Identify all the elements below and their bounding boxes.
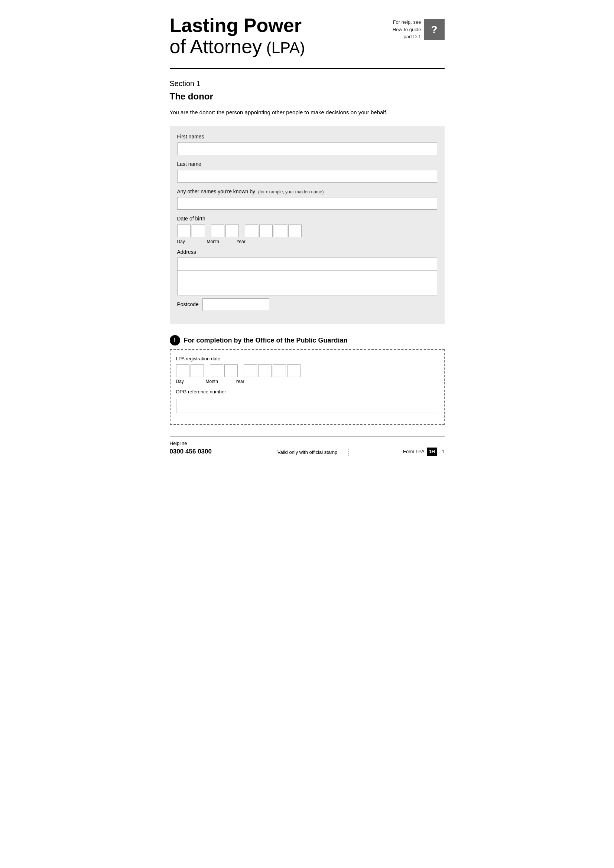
other-names-input[interactable] — [177, 197, 437, 210]
page-header: Lasting Power of Attorney (LPA) For help… — [170, 15, 445, 57]
reg-date-group: LPA registration date — [176, 355, 438, 385]
dob-day-label: Day — [177, 239, 207, 245]
month-segment — [211, 225, 239, 237]
reg-day-label: Day — [176, 378, 206, 385]
dob-year-4[interactable] — [288, 225, 302, 237]
postcode-label: Postcode — [177, 301, 199, 308]
helpline-number: 0300 456 0300 — [170, 447, 212, 456]
reg-year-1[interactable] — [244, 364, 257, 377]
section-label: Section 1 — [170, 78, 445, 89]
last-name-input[interactable] — [177, 170, 437, 183]
other-names-label: Any other names you're known by (for exa… — [177, 188, 437, 195]
opg-ref-input[interactable] — [176, 399, 438, 413]
reg-date-labels: Day Month Year — [176, 378, 438, 385]
header-divider — [170, 68, 445, 69]
help-icon: ? — [424, 19, 445, 40]
postcode-input[interactable] — [202, 298, 269, 311]
dob-year-label: Year — [236, 239, 292, 245]
stamp-text: Valid only with official stamp — [277, 450, 337, 455]
form-label: Form LPA — [403, 448, 424, 455]
help-text: For help, seeHow-to guidepart D-1 — [393, 19, 421, 40]
reg-month-1[interactable] — [210, 364, 223, 377]
reg-day-segment — [176, 364, 204, 377]
section-title: The donor — [170, 90, 445, 103]
footer: Helpline 0300 456 0300 Valid only with o… — [170, 440, 445, 456]
page-number: 1 — [441, 448, 444, 455]
year-segment — [245, 225, 302, 237]
reg-year-4[interactable] — [287, 364, 300, 377]
last-name-label: Last name — [177, 161, 437, 168]
section1: Section 1 The donor You are the donor: t… — [170, 78, 445, 324]
footer-right: Form LPA 1H 1 — [403, 448, 444, 456]
reg-day-2[interactable] — [191, 364, 204, 377]
dob-month-1[interactable] — [211, 225, 224, 237]
last-name-group: Last name — [177, 161, 437, 183]
reg-year-2[interactable] — [258, 364, 272, 377]
help-box: For help, seeHow-to guidepart D-1 ? — [393, 19, 445, 40]
reg-date-label: LPA registration date — [176, 355, 438, 362]
dob-group: Date of birth — [177, 215, 437, 245]
dob-year-3[interactable] — [274, 225, 287, 237]
opg-title: For completion by the Office of the Publ… — [184, 336, 348, 345]
first-names-input[interactable] — [177, 143, 437, 155]
opg-header: ! For completion by the Office of the Pu… — [170, 335, 445, 346]
reg-year-label: Year — [235, 378, 291, 385]
address-line-2[interactable] — [177, 270, 437, 283]
opg-dashed-box: LPA registration date — [170, 349, 445, 425]
first-names-label: First names — [177, 133, 437, 141]
opg-ref-label: OPG reference number — [176, 389, 438, 395]
donor-form-section: First names Last name Any other names yo… — [170, 126, 445, 324]
dob-year-2[interactable] — [259, 225, 273, 237]
address-group: Address Postcode — [177, 249, 437, 312]
reg-year-segment — [244, 364, 300, 377]
reg-month-2[interactable] — [224, 364, 238, 377]
dob-day-2[interactable] — [192, 225, 205, 237]
dob-month-2[interactable] — [225, 225, 239, 237]
dob-label: Date of birth — [177, 215, 437, 223]
reg-day-1[interactable] — [176, 364, 190, 377]
other-names-hint: (for example, your maiden name) — [258, 189, 324, 194]
main-title: Lasting Power of Attorney (LPA) — [170, 15, 305, 57]
opg-section: ! For completion by the Office of the Pu… — [170, 335, 445, 425]
footer-divider — [170, 436, 445, 436]
address-inputs — [177, 257, 437, 295]
dob-labels: Day Month Year — [177, 239, 437, 245]
address-line-1[interactable] — [177, 257, 437, 270]
address-label: Address — [177, 249, 437, 256]
dob-fields — [177, 225, 437, 237]
dob-day-1[interactable] — [177, 225, 191, 237]
first-names-group: First names — [177, 133, 437, 155]
postcode-row: Postcode — [177, 298, 437, 311]
footer-left: Helpline 0300 456 0300 — [170, 440, 212, 456]
reg-year-3[interactable] — [273, 364, 286, 377]
dob-month-label: Month — [207, 239, 236, 245]
address-line-3[interactable] — [177, 283, 437, 295]
day-segment — [177, 225, 205, 237]
opg-ref-group: OPG reference number — [176, 389, 438, 413]
other-names-group: Any other names you're known by (for exa… — [177, 188, 437, 210]
info-icon: ! — [170, 335, 180, 346]
reg-date-fields — [176, 364, 438, 377]
footer-center: Valid only with official stamp — [266, 449, 349, 456]
dob-year-1[interactable] — [245, 225, 258, 237]
section-description: You are the donor: the person appointing… — [170, 108, 445, 117]
form-id-badge: 1H — [427, 448, 438, 456]
reg-month-segment — [210, 364, 238, 377]
reg-month-label: Month — [206, 378, 235, 385]
helpline-label: Helpline — [170, 440, 212, 447]
